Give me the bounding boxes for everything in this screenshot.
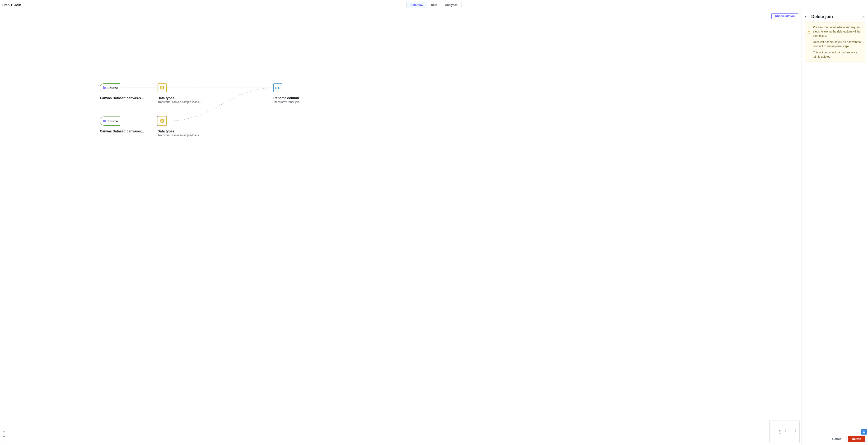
cancel-button[interactable]: Cancel <box>828 436 846 442</box>
source-node-box[interactable]: Source <box>100 83 120 92</box>
transform-icon <box>275 86 280 90</box>
source-label: Source <box>107 86 118 90</box>
run-validation-button[interactable]: Run validation <box>771 13 798 19</box>
tab-data-flow[interactable]: Data flow <box>406 2 427 8</box>
node-datatypes-1[interactable]: Data types Transform: canvas-sample-loan… <box>158 83 203 104</box>
datatypes1-sub: Transform: canvas-sample-loans-part-… <box>158 100 203 104</box>
flow-canvas[interactable]: Run validation Source Canvas Dataset: ca… <box>0 10 802 445</box>
panel-title: Delete join <box>811 14 833 19</box>
datatypes2-sub: Transform: canvas-sample-loans-part-… <box>158 134 203 137</box>
source-node-box-2[interactable]: Source <box>100 117 120 125</box>
source-icon <box>102 86 106 90</box>
warning-icon <box>807 30 811 35</box>
back-arrow-icon[interactable] <box>805 15 808 19</box>
page-title: Step 1: Join <box>2 3 21 7</box>
warning-message: Preview the nodes where subsequent steps… <box>805 23 865 61</box>
source-icon <box>102 119 106 123</box>
rename-title: Rename column <box>273 96 300 100</box>
warning-line-1: Preview the nodes where subsequent steps… <box>813 25 862 38</box>
warning-line-3: This action cannot be undone once join i… <box>813 50 862 59</box>
zoom-in-button[interactable]: ＋ <box>2 430 6 434</box>
fullscreen-button[interactable] <box>2 439 6 443</box>
source-label-2: Source <box>107 119 118 123</box>
source1-title: Canvas Dataset: canvas-sample-… <box>100 96 145 100</box>
node-source-1[interactable]: Source Canvas Dataset: canvas-sample-… <box>100 83 145 100</box>
chat-button[interactable] <box>861 429 867 435</box>
database-icon <box>160 119 164 123</box>
tab-analyses[interactable]: Analyses <box>441 2 461 8</box>
minimap[interactable] <box>769 420 800 443</box>
node-source-2[interactable]: Source Canvas Dataset: canvas-sample-… <box>100 117 145 133</box>
delete-join-panel: Delete join Preview the nodes where subs… <box>802 10 868 445</box>
transform-node-box[interactable] <box>273 83 282 92</box>
datatypes1-title: Data types <box>158 96 203 100</box>
rename-sub: Transform: Inner join <box>273 100 300 104</box>
database-icon <box>160 86 164 90</box>
warning-line-2: Deselect node(s) if you do not want to c… <box>813 40 862 49</box>
source2-title: Canvas Dataset: canvas-sample-… <box>100 129 145 133</box>
zoom-controls: ＋ − <box>2 430 6 443</box>
zoom-out-button[interactable]: − <box>2 435 6 438</box>
header-tabs: Data flow Data Analyses <box>406 2 462 8</box>
node-rename-column[interactable]: Rename column Transform: Inner join <box>273 83 300 104</box>
tab-data[interactable]: Data <box>427 2 441 8</box>
datatypes-node-box[interactable] <box>158 83 166 92</box>
top-header: Step 1: Join Data flow Data Analyses <box>0 0 868 10</box>
datatypes-node-box-2[interactable] <box>158 117 166 125</box>
datatypes2-title: Data types <box>158 129 203 133</box>
delete-button[interactable]: Delete <box>848 436 865 442</box>
close-icon[interactable] <box>862 15 865 19</box>
node-datatypes-2[interactable]: Data types Transform: canvas-sample-loan… <box>158 117 203 137</box>
